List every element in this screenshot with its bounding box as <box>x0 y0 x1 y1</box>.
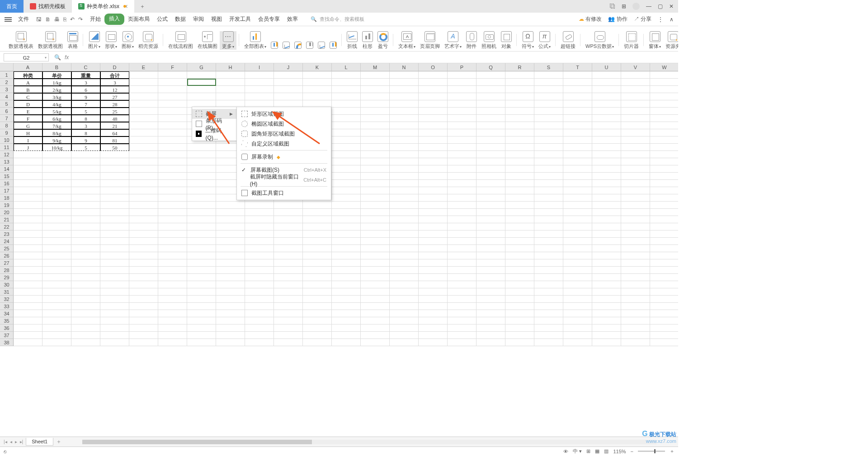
cell[interactable] <box>592 230 621 238</box>
cell[interactable] <box>361 115 390 122</box>
cell[interactable] <box>332 274 361 281</box>
cell[interactable] <box>361 259 390 267</box>
cell[interactable] <box>592 281 621 288</box>
menu-tab-6[interactable]: 视图 <box>208 14 226 25</box>
cell[interactable] <box>505 180 534 187</box>
cell[interactable] <box>245 267 274 274</box>
ribbon-header-footer[interactable]: 页眉页脚 <box>418 31 442 50</box>
col-header[interactable]: G <box>187 63 216 71</box>
menu-tab-8[interactable]: 会员专享 <box>255 14 283 25</box>
cell[interactable] <box>563 324 592 332</box>
cell[interactable] <box>563 151 592 158</box>
cell[interactable] <box>505 259 534 267</box>
cell[interactable] <box>592 245 621 252</box>
cell[interactable] <box>245 274 274 281</box>
cell[interactable] <box>42 324 71 332</box>
cell[interactable] <box>563 209 592 216</box>
cell[interactable] <box>361 151 390 158</box>
ribbon-resources[interactable]: 稻壳资源 <box>136 31 160 50</box>
cell[interactable] <box>563 86 592 93</box>
cell[interactable] <box>187 310 216 317</box>
cell[interactable] <box>158 245 187 252</box>
row-header[interactable]: 30 <box>0 281 14 288</box>
cell[interactable] <box>563 317 592 324</box>
menu-screen-record[interactable]: 屏幕录制 ◆ <box>237 152 331 162</box>
cell[interactable] <box>158 100 187 108</box>
cell[interactable] <box>71 303 100 310</box>
cell[interactable] <box>476 115 505 122</box>
cell[interactable] <box>448 93 476 100</box>
cell[interactable] <box>129 230 158 238</box>
cell[interactable] <box>534 252 563 259</box>
cell[interactable] <box>71 317 100 324</box>
cell[interactable] <box>14 194 42 202</box>
cell[interactable] <box>390 245 419 252</box>
cell[interactable] <box>592 136 621 144</box>
cell[interactable] <box>71 180 100 187</box>
col-header[interactable]: L <box>332 63 361 71</box>
cell[interactable] <box>448 303 476 310</box>
cell[interactable] <box>245 296 274 303</box>
cell[interactable] <box>158 288 187 296</box>
cell[interactable] <box>650 173 678 180</box>
cell[interactable] <box>42 317 71 324</box>
row-header[interactable]: 20 <box>0 209 14 216</box>
cell[interactable] <box>650 310 678 317</box>
menu-tab-5[interactable]: 审阅 <box>189 14 208 25</box>
cell[interactable] <box>187 267 216 274</box>
cell[interactable] <box>42 259 71 267</box>
cell[interactable] <box>361 216 390 223</box>
cell[interactable] <box>621 165 650 173</box>
cell[interactable] <box>245 71 274 79</box>
cell[interactable] <box>534 180 563 187</box>
cell[interactable] <box>274 310 303 317</box>
menu-tab-4[interactable]: 数据 <box>171 14 189 25</box>
cell[interactable] <box>129 108 158 115</box>
cell[interactable] <box>158 274 187 281</box>
cell[interactable] <box>129 158 158 165</box>
cell[interactable] <box>14 151 42 158</box>
row-header[interactable]: 3 <box>0 86 14 93</box>
row-header[interactable]: 29 <box>0 274 14 281</box>
cell[interactable] <box>100 194 129 202</box>
cell[interactable] <box>71 252 100 259</box>
cell[interactable] <box>621 281 650 288</box>
hamburger-icon[interactable] <box>5 17 12 22</box>
cell[interactable] <box>274 245 303 252</box>
cell[interactable] <box>129 187 158 194</box>
cell[interactable] <box>129 288 158 296</box>
cell[interactable] <box>71 230 100 238</box>
cell[interactable] <box>448 216 476 223</box>
cell[interactable] <box>534 230 563 238</box>
cell[interactable] <box>534 173 563 180</box>
cell[interactable] <box>158 115 187 122</box>
cell[interactable] <box>419 288 448 296</box>
cell[interactable] <box>563 144 592 151</box>
cell[interactable] <box>332 281 361 288</box>
cell[interactable] <box>621 158 650 165</box>
cell[interactable] <box>419 165 448 173</box>
qat-undo-icon[interactable]: ↶ <box>70 16 75 23</box>
cell[interactable] <box>129 274 158 281</box>
cell[interactable] <box>534 288 563 296</box>
cell[interactable] <box>303 281 332 288</box>
cell[interactable] <box>505 144 534 151</box>
cell[interactable] <box>42 187 71 194</box>
cell[interactable] <box>332 238 361 245</box>
cell[interactable] <box>129 317 158 324</box>
cell[interactable] <box>534 324 563 332</box>
cell[interactable] <box>245 79 274 86</box>
cell[interactable] <box>419 108 448 115</box>
cell[interactable] <box>361 129 390 136</box>
cell[interactable] <box>534 216 563 223</box>
cell[interactable] <box>650 194 678 202</box>
cell[interactable] <box>187 238 216 245</box>
cell[interactable] <box>390 93 419 100</box>
cell[interactable] <box>216 209 245 216</box>
cell[interactable] <box>274 216 303 223</box>
row-header[interactable]: 32 <box>0 296 14 303</box>
zoom-slider[interactable] <box>638 451 665 452</box>
cell[interactable] <box>216 245 245 252</box>
cell[interactable] <box>216 238 245 245</box>
ribbon-chart-type-2[interactable] <box>280 42 292 50</box>
